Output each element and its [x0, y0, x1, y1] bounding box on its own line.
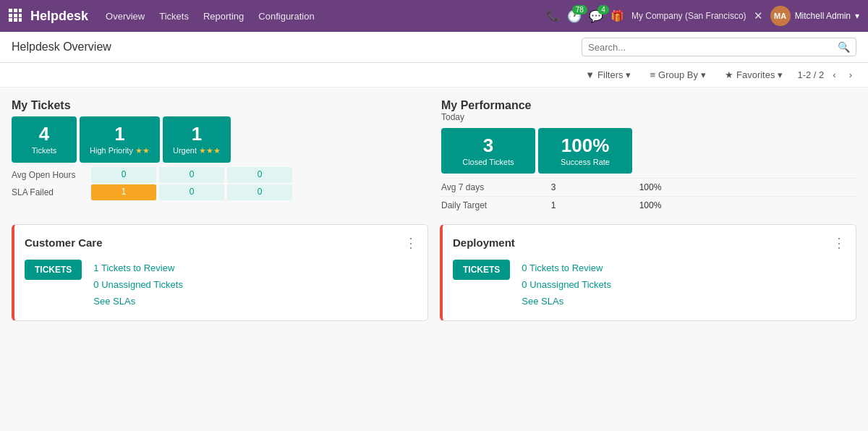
closed-tickets-card[interactable]: 3 Closed Tickets — [441, 128, 535, 174]
customer-care-header: Customer Care ⋮ — [25, 235, 417, 251]
search-container: 🔍 — [582, 38, 856, 56]
customer-care-menu-icon[interactable]: ⋮ — [404, 235, 417, 251]
urgent-label: Urgent ★★★ — [173, 146, 221, 155]
avatar: MA — [770, 6, 791, 26]
deployment-title: Deployment — [453, 236, 515, 249]
customer-care-link-0[interactable]: 1 Tickets to Review — [93, 260, 183, 276]
sla-val-0: 1 — [91, 184, 156, 200]
customer-care-body: TICKETS 1 Tickets to Review 0 Unassigned… — [25, 260, 417, 310]
filters-button[interactable]: ▼ Filters ▾ — [581, 67, 635, 82]
svg-rect-7 — [14, 18, 17, 22]
customer-care-links: 1 Tickets to Review 0 Unassigned Tickets… — [93, 260, 183, 310]
deployment-card: Deployment ⋮ TICKETS 0 Tickets to Review… — [440, 224, 856, 321]
gift-icon[interactable]: 🎁 — [610, 9, 624, 22]
chat-badge-count: 4 — [597, 5, 609, 14]
customer-care-title: Customer Care — [25, 236, 103, 249]
top-navigation: Helpdesk Overview Tickets Reporting Conf… — [0, 0, 868, 32]
nav-configuration[interactable]: Configuration — [258, 11, 314, 22]
sla-val-2: 0 — [227, 184, 292, 200]
sla-failed-values: 1 0 0 — [91, 184, 292, 200]
svg-rect-6 — [9, 18, 12, 22]
filters-chevron: ▾ — [626, 69, 631, 80]
user-chevron-icon: ▾ — [855, 11, 859, 21]
high-priority-card[interactable]: 1 High Priority ★★ — [80, 116, 160, 163]
daily-target-label: Daily Target — [441, 198, 506, 213]
avg-7-closed: 3 — [506, 180, 600, 195]
svg-rect-8 — [19, 18, 22, 22]
avg-open-hours-values: 0 0 0 — [91, 167, 292, 183]
deployment-link-2[interactable]: See SLAs — [522, 293, 611, 310]
chat-badge[interactable]: 💬 4 — [589, 9, 603, 23]
stars-urgent: ★★★ — [199, 146, 221, 155]
sla-failed-row: SLA Failed 1 0 0 — [12, 184, 427, 200]
urgent-num: 1 — [173, 124, 221, 145]
customer-care-link-2[interactable]: See SLAs — [93, 293, 183, 310]
team-cards: Customer Care ⋮ TICKETS 1 Tickets to Rev… — [12, 224, 856, 321]
daily-target-values: 1 100% — [506, 198, 697, 213]
urgent-card[interactable]: 1 Urgent ★★★ — [163, 116, 231, 163]
daily-target-rate: 100% — [603, 198, 697, 213]
clock-badge-count: 78 — [572, 5, 587, 14]
avg-val-2: 0 — [227, 167, 292, 183]
nav-tickets[interactable]: Tickets — [159, 11, 189, 22]
performance-title: My Performance — [441, 99, 856, 112]
customer-care-tickets-button[interactable]: TICKETS — [25, 260, 82, 280]
performance-subtitle: Today — [441, 112, 856, 122]
svg-rect-0 — [9, 9, 12, 12]
my-performance-section: My Performance Today 3 Closed Tickets 10… — [441, 99, 856, 213]
tickets-total-label: Tickets — [22, 146, 67, 155]
phone-icon[interactable]: 📞 — [546, 9, 560, 22]
favorites-chevron: ▾ — [778, 69, 783, 80]
filter-icon: ▼ — [585, 69, 595, 80]
customer-care-link-1[interactable]: 0 Unassigned Tickets — [93, 276, 183, 293]
deployment-body: TICKETS 0 Tickets to Review 0 Unassigned… — [453, 260, 846, 310]
success-rate-card[interactable]: 100% Success Rate — [538, 128, 632, 174]
nav-overview[interactable]: Overview — [106, 11, 145, 22]
svg-rect-5 — [19, 14, 22, 17]
search-input[interactable] — [588, 42, 838, 53]
daily-target-row: Daily Target 1 100% — [441, 196, 856, 213]
my-tickets-section: My Tickets 4 Tickets 1 High Priority ★★ … — [12, 99, 427, 213]
app-brand: Helpdesk — [30, 9, 88, 24]
tickets-total-card[interactable]: 4 Tickets — [12, 116, 77, 163]
success-rate-num: 100% — [553, 135, 618, 156]
avg-open-hours-label: Avg Open Hours — [12, 167, 91, 183]
star-icon: ★ — [725, 69, 733, 80]
main-content: My Tickets 4 Tickets 1 High Priority ★★ … — [0, 88, 868, 333]
svg-rect-3 — [9, 14, 12, 17]
sla-val-1: 0 — [159, 184, 224, 200]
pagination-text: 1-2 / 2 — [797, 69, 824, 80]
stars-high: ★★ — [135, 146, 150, 155]
ticket-stat-cards: 4 Tickets 1 High Priority ★★ 1 Urgent ★★… — [12, 116, 427, 163]
avg-val-1: 0 — [159, 167, 224, 183]
page-title: Helpdesk Overview — [12, 40, 111, 54]
grid-menu-icon[interactable] — [9, 9, 22, 24]
svg-rect-1 — [14, 9, 17, 12]
nav-links: Overview Tickets Reporting Configuration — [106, 11, 546, 22]
deployment-tickets-button[interactable]: TICKETS — [453, 260, 510, 280]
high-priority-label: High Priority ★★ — [90, 146, 150, 155]
prev-page-button[interactable]: ‹ — [828, 67, 840, 82]
user-name: Mitchell Admin — [795, 11, 851, 21]
deployment-menu-icon[interactable]: ⋮ — [833, 235, 846, 251]
close-icon[interactable]: ✕ — [754, 9, 763, 22]
groupby-button[interactable]: ≡ Group By ▾ — [645, 67, 710, 82]
performance-cards: 3 Closed Tickets 100% Success Rate — [441, 128, 856, 174]
closed-tickets-num: 3 — [456, 135, 521, 156]
deployment-link-1[interactable]: 0 Unassigned Tickets — [522, 276, 611, 293]
clock-badge[interactable]: 🕐 78 — [567, 9, 582, 23]
closed-tickets-label: Closed Tickets — [456, 158, 521, 166]
favorites-button[interactable]: ★ Favorites ▾ — [720, 67, 787, 82]
nav-reporting[interactable]: Reporting — [203, 11, 244, 22]
my-tickets-title: My Tickets — [12, 99, 427, 112]
user-menu[interactable]: MA Mitchell Admin ▾ — [770, 6, 859, 26]
stats-section: My Tickets 4 Tickets 1 High Priority ★★ … — [12, 99, 856, 213]
deployment-link-0[interactable]: 0 Tickets to Review — [522, 260, 611, 276]
deployment-links: 0 Tickets to Review 0 Unassigned Tickets… — [522, 260, 611, 310]
filterbar: ▼ Filters ▾ ≡ Group By ▾ ★ Favorites ▾ 1… — [0, 63, 868, 88]
groupby-icon: ≡ — [650, 69, 655, 80]
favorites-label: Favorites — [736, 69, 775, 80]
next-page-button[interactable]: › — [845, 67, 856, 82]
company-selector[interactable]: My Company (San Francisco) — [631, 11, 746, 21]
sla-failed-label: SLA Failed — [12, 184, 91, 200]
